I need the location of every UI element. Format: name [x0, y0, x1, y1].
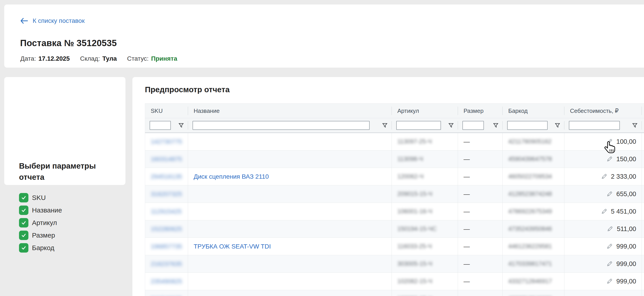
edit-cost-pencil-icon[interactable] [606, 278, 613, 285]
cost-value: 999,00 [616, 295, 636, 296]
report-parameter-option[interactable]: Артикул [19, 218, 62, 227]
filter-cell-article [392, 118, 458, 132]
filter-input-size[interactable] [462, 121, 484, 130]
filter-input-barcode[interactable] [507, 121, 548, 130]
report-parameter-option[interactable]: Размер [19, 231, 62, 240]
sku-link-blurred[interactable]: 294516135 [151, 173, 182, 180]
article-value-blurred: 102082-15-Ч [397, 278, 432, 285]
meta-warehouse-value: Тула [102, 55, 117, 62]
parameter-label: SKU [32, 194, 46, 202]
checkbox-checked-icon[interactable] [19, 243, 28, 253]
article-value-blurred: 303005-15-Ч [397, 260, 432, 267]
barcode-value-blurred: 4332712846917 [508, 278, 552, 285]
edit-cost-pencil-icon[interactable] [600, 173, 608, 180]
back-to-supplies-link[interactable]: К списку поставок [20, 17, 84, 24]
back-arrow-icon [20, 18, 28, 24]
size-value: — [464, 243, 470, 250]
meta-warehouse: Склад: Тула [80, 55, 117, 62]
table-row: 152280625 150194-15-ЧС — 4735243950846 5… [145, 220, 644, 238]
cost-value: 150,00 [616, 156, 636, 163]
sku-link-blurred[interactable]: 152280625 [151, 225, 182, 233]
filter-input-article[interactable] [396, 121, 441, 130]
cost-value: 100,00 [616, 138, 636, 145]
table-row: 316207325 209015-15-Ч — 4128523874248 65… [145, 185, 644, 203]
parameters-list: SKU Название Артикул Размер Баркод [19, 193, 62, 253]
sku-link-blurred[interactable]: 216237635 [151, 260, 182, 267]
filter-input-cost[interactable] [569, 121, 620, 130]
article-value-blurred: 113097-25-Ч [397, 138, 432, 145]
page-title: Поставка № 35120535 [20, 38, 117, 48]
filter-funnel-icon[interactable] [382, 123, 387, 128]
size-value: — [464, 138, 470, 145]
status-badge: Принята [151, 55, 177, 62]
checkbox-checked-icon[interactable] [19, 206, 28, 215]
filter-funnel-icon[interactable] [493, 123, 498, 128]
table-row: 142730775 113097-25-Ч — 4211780905162 10… [145, 133, 644, 151]
barcode-value-blurred: 4170339817471 [508, 260, 552, 267]
table-row: 216237635 303005-15-Ч — 4170339817471 99… [145, 255, 644, 273]
edit-cost-pencil-icon[interactable] [606, 156, 613, 163]
table-row: 196857735 ТРУБКА ОЖ SEAT-VW TDI 116033-2… [145, 238, 644, 255]
report-parameter-option[interactable]: Название [19, 206, 62, 215]
col-header-article: Артикул [392, 104, 458, 118]
filter-input-sku[interactable] [150, 121, 171, 130]
edit-cost-pencil-icon[interactable] [606, 260, 613, 267]
size-value: — [464, 278, 470, 285]
size-value: — [464, 208, 470, 215]
filter-funnel-icon[interactable] [448, 123, 454, 128]
parameter-label: Название [32, 206, 62, 214]
table-row: 294516135 Диск сцепления ВАЗ 2110 120062… [145, 168, 644, 185]
filter-cell-barcode [503, 118, 564, 132]
sku-link-blurred[interactable]: 235490825 [151, 278, 182, 285]
col-header-spacer [642, 104, 644, 118]
product-name-link[interactable]: ТРУБКА ОЖ SEAT-VW TDI [194, 243, 271, 250]
sku-link-blurred[interactable]: 160314875 [151, 156, 182, 163]
edit-cost-pencil-icon[interactable] [606, 243, 613, 250]
edit-cost-pencil-icon[interactable] [606, 138, 613, 145]
article-value-blurred: 116033-25-Ч [397, 243, 432, 250]
filter-funnel-icon[interactable] [179, 123, 184, 128]
report-parameter-option[interactable]: Баркод [19, 243, 62, 253]
article-value-blurred: 150194-15-ЧС [397, 225, 437, 232]
size-value: — [464, 156, 470, 163]
report-parameter-option[interactable]: SKU [19, 193, 62, 202]
sku-link-blurred[interactable]: 112915425 [151, 208, 182, 215]
edit-cost-pencil-icon[interactable] [606, 225, 613, 232]
cost-value: 999,00 [616, 243, 636, 250]
col-header-cost: Себестоимость, ₽ [564, 104, 642, 118]
edit-cost-pencil-icon[interactable] [600, 208, 608, 215]
table-body: 142730775 113097-25-Ч — 4211780905162 10… [145, 133, 644, 296]
meta-status: Статус: Принята [127, 55, 177, 62]
filter-cell-cost [564, 118, 642, 132]
report-table: SKU Название Артикул Размер Баркод Себес… [145, 103, 644, 296]
sku-link-blurred[interactable]: 196857735 [151, 243, 182, 250]
filter-funnel-icon[interactable] [555, 123, 560, 128]
table-filter-row [145, 118, 644, 133]
checkbox-checked-icon[interactable] [19, 218, 28, 227]
col-header-size: Размер [458, 104, 503, 118]
col-header-barcode: Баркод [503, 104, 564, 118]
sku-link-blurred[interactable]: 241540925 [151, 295, 182, 296]
barcode-value-blurred: 4128523874248 [508, 191, 552, 198]
article-value-blurred: 113098-Ч [397, 156, 423, 163]
parameter-label: Артикул [32, 219, 57, 227]
table-row: 160314875 113098-Ч — 4590439647578 150,0… [145, 151, 644, 168]
barcode-value-blurred: 4461236229581 [508, 243, 552, 250]
table-row: 241540925 102083-15-Ч — 4033712846220 99… [145, 290, 644, 296]
report-preview-title: Предпросмотр отчета [145, 85, 230, 94]
product-name-link[interactable]: Диск сцепления ВАЗ 2110 [194, 173, 269, 180]
checkbox-checked-icon[interactable] [19, 193, 28, 202]
report-parameters-panel: Выбери параметры отчета SKU Название Арт… [4, 77, 126, 185]
checkbox-checked-icon[interactable] [19, 231, 28, 240]
filter-funnel-icon[interactable] [632, 123, 637, 128]
cost-value: 5 451,00 [611, 208, 636, 215]
article-value-blurred: 106001-16-Ч [397, 208, 432, 215]
filter-input-name[interactable] [192, 121, 370, 130]
table-header-row: SKU Название Артикул Размер Баркод Себес… [145, 103, 644, 118]
cost-value: 511,00 [617, 225, 636, 233]
meta-date: Дата: 17.12.2025 [20, 55, 70, 62]
article-value-blurred: 209015-15-Ч [397, 191, 432, 198]
sku-link-blurred[interactable]: 142730775 [151, 138, 182, 145]
edit-cost-pencil-icon[interactable] [606, 191, 613, 198]
sku-link-blurred[interactable]: 316207325 [151, 191, 182, 198]
